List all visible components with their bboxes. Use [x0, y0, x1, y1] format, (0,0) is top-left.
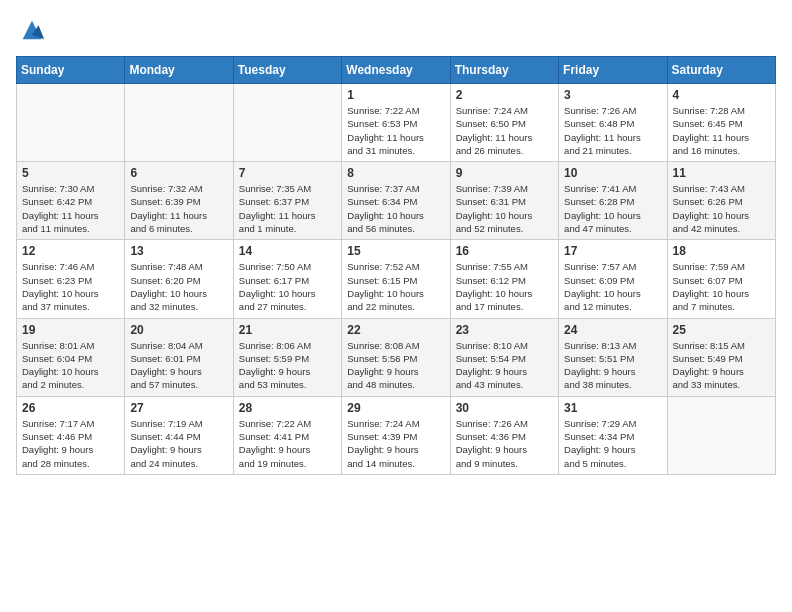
calendar-cell: 12Sunrise: 7:46 AM Sunset: 6:23 PM Dayli… — [17, 240, 125, 318]
day-number: 27 — [130, 401, 227, 415]
calendar-cell — [125, 84, 233, 162]
day-info: Sunrise: 8:10 AM Sunset: 5:54 PM Dayligh… — [456, 339, 553, 392]
weekday-header: Wednesday — [342, 57, 450, 84]
header — [16, 16, 776, 44]
calendar-cell: 29Sunrise: 7:24 AM Sunset: 4:39 PM Dayli… — [342, 396, 450, 474]
page: SundayMondayTuesdayWednesdayThursdayFrid… — [0, 0, 792, 491]
calendar-cell: 2Sunrise: 7:24 AM Sunset: 6:50 PM Daylig… — [450, 84, 558, 162]
day-number: 9 — [456, 166, 553, 180]
day-info: Sunrise: 7:29 AM Sunset: 4:34 PM Dayligh… — [564, 417, 661, 470]
calendar-week-row: 1Sunrise: 7:22 AM Sunset: 6:53 PM Daylig… — [17, 84, 776, 162]
day-info: Sunrise: 7:52 AM Sunset: 6:15 PM Dayligh… — [347, 260, 444, 313]
calendar-cell: 25Sunrise: 8:15 AM Sunset: 5:49 PM Dayli… — [667, 318, 775, 396]
calendar-table: SundayMondayTuesdayWednesdayThursdayFrid… — [16, 56, 776, 475]
day-number: 11 — [673, 166, 770, 180]
day-info: Sunrise: 7:50 AM Sunset: 6:17 PM Dayligh… — [239, 260, 336, 313]
calendar-cell: 5Sunrise: 7:30 AM Sunset: 6:42 PM Daylig… — [17, 162, 125, 240]
day-info: Sunrise: 8:08 AM Sunset: 5:56 PM Dayligh… — [347, 339, 444, 392]
day-number: 28 — [239, 401, 336, 415]
calendar-week-row: 19Sunrise: 8:01 AM Sunset: 6:04 PM Dayli… — [17, 318, 776, 396]
day-number: 18 — [673, 244, 770, 258]
day-info: Sunrise: 7:28 AM Sunset: 6:45 PM Dayligh… — [673, 104, 770, 157]
calendar-cell: 11Sunrise: 7:43 AM Sunset: 6:26 PM Dayli… — [667, 162, 775, 240]
day-info: Sunrise: 7:26 AM Sunset: 6:48 PM Dayligh… — [564, 104, 661, 157]
day-info: Sunrise: 8:15 AM Sunset: 5:49 PM Dayligh… — [673, 339, 770, 392]
day-info: Sunrise: 7:48 AM Sunset: 6:20 PM Dayligh… — [130, 260, 227, 313]
day-number: 23 — [456, 323, 553, 337]
calendar-cell: 28Sunrise: 7:22 AM Sunset: 4:41 PM Dayli… — [233, 396, 341, 474]
day-info: Sunrise: 7:35 AM Sunset: 6:37 PM Dayligh… — [239, 182, 336, 235]
calendar-cell: 9Sunrise: 7:39 AM Sunset: 6:31 PM Daylig… — [450, 162, 558, 240]
calendar-cell: 1Sunrise: 7:22 AM Sunset: 6:53 PM Daylig… — [342, 84, 450, 162]
calendar-cell: 16Sunrise: 7:55 AM Sunset: 6:12 PM Dayli… — [450, 240, 558, 318]
day-info: Sunrise: 7:46 AM Sunset: 6:23 PM Dayligh… — [22, 260, 119, 313]
day-number: 21 — [239, 323, 336, 337]
calendar-cell: 6Sunrise: 7:32 AM Sunset: 6:39 PM Daylig… — [125, 162, 233, 240]
day-info: Sunrise: 7:37 AM Sunset: 6:34 PM Dayligh… — [347, 182, 444, 235]
calendar-cell: 8Sunrise: 7:37 AM Sunset: 6:34 PM Daylig… — [342, 162, 450, 240]
day-info: Sunrise: 7:59 AM Sunset: 6:07 PM Dayligh… — [673, 260, 770, 313]
calendar-cell: 27Sunrise: 7:19 AM Sunset: 4:44 PM Dayli… — [125, 396, 233, 474]
day-info: Sunrise: 7:24 AM Sunset: 4:39 PM Dayligh… — [347, 417, 444, 470]
day-number: 5 — [22, 166, 119, 180]
day-number: 24 — [564, 323, 661, 337]
day-number: 26 — [22, 401, 119, 415]
calendar-cell: 7Sunrise: 7:35 AM Sunset: 6:37 PM Daylig… — [233, 162, 341, 240]
day-number: 1 — [347, 88, 444, 102]
day-info: Sunrise: 7:19 AM Sunset: 4:44 PM Dayligh… — [130, 417, 227, 470]
day-number: 2 — [456, 88, 553, 102]
day-number: 31 — [564, 401, 661, 415]
day-number: 17 — [564, 244, 661, 258]
day-info: Sunrise: 7:39 AM Sunset: 6:31 PM Dayligh… — [456, 182, 553, 235]
logo — [16, 16, 46, 44]
weekday-header: Sunday — [17, 57, 125, 84]
logo-icon — [18, 16, 46, 44]
calendar-cell: 31Sunrise: 7:29 AM Sunset: 4:34 PM Dayli… — [559, 396, 667, 474]
day-info: Sunrise: 7:30 AM Sunset: 6:42 PM Dayligh… — [22, 182, 119, 235]
day-info: Sunrise: 7:57 AM Sunset: 6:09 PM Dayligh… — [564, 260, 661, 313]
calendar-cell: 26Sunrise: 7:17 AM Sunset: 4:46 PM Dayli… — [17, 396, 125, 474]
day-number: 15 — [347, 244, 444, 258]
day-number: 30 — [456, 401, 553, 415]
day-info: Sunrise: 8:13 AM Sunset: 5:51 PM Dayligh… — [564, 339, 661, 392]
day-number: 20 — [130, 323, 227, 337]
calendar-cell: 10Sunrise: 7:41 AM Sunset: 6:28 PM Dayli… — [559, 162, 667, 240]
calendar-cell: 15Sunrise: 7:52 AM Sunset: 6:15 PM Dayli… — [342, 240, 450, 318]
calendar-header-row: SundayMondayTuesdayWednesdayThursdayFrid… — [17, 57, 776, 84]
day-info: Sunrise: 7:55 AM Sunset: 6:12 PM Dayligh… — [456, 260, 553, 313]
day-info: Sunrise: 7:24 AM Sunset: 6:50 PM Dayligh… — [456, 104, 553, 157]
day-info: Sunrise: 7:26 AM Sunset: 4:36 PM Dayligh… — [456, 417, 553, 470]
calendar-cell: 19Sunrise: 8:01 AM Sunset: 6:04 PM Dayli… — [17, 318, 125, 396]
calendar-cell: 13Sunrise: 7:48 AM Sunset: 6:20 PM Dayli… — [125, 240, 233, 318]
weekday-header: Monday — [125, 57, 233, 84]
day-info: Sunrise: 8:04 AM Sunset: 6:01 PM Dayligh… — [130, 339, 227, 392]
day-number: 12 — [22, 244, 119, 258]
day-number: 3 — [564, 88, 661, 102]
day-number: 4 — [673, 88, 770, 102]
day-number: 10 — [564, 166, 661, 180]
calendar-week-row: 26Sunrise: 7:17 AM Sunset: 4:46 PM Dayli… — [17, 396, 776, 474]
day-info: Sunrise: 7:41 AM Sunset: 6:28 PM Dayligh… — [564, 182, 661, 235]
calendar-cell: 3Sunrise: 7:26 AM Sunset: 6:48 PM Daylig… — [559, 84, 667, 162]
calendar-week-row: 12Sunrise: 7:46 AM Sunset: 6:23 PM Dayli… — [17, 240, 776, 318]
day-info: Sunrise: 7:32 AM Sunset: 6:39 PM Dayligh… — [130, 182, 227, 235]
calendar-cell: 18Sunrise: 7:59 AM Sunset: 6:07 PM Dayli… — [667, 240, 775, 318]
weekday-header: Thursday — [450, 57, 558, 84]
calendar-cell: 17Sunrise: 7:57 AM Sunset: 6:09 PM Dayli… — [559, 240, 667, 318]
calendar-cell: 21Sunrise: 8:06 AM Sunset: 5:59 PM Dayli… — [233, 318, 341, 396]
day-info: Sunrise: 7:22 AM Sunset: 4:41 PM Dayligh… — [239, 417, 336, 470]
day-number: 7 — [239, 166, 336, 180]
calendar-cell — [667, 396, 775, 474]
weekday-header: Saturday — [667, 57, 775, 84]
day-number: 22 — [347, 323, 444, 337]
day-info: Sunrise: 7:17 AM Sunset: 4:46 PM Dayligh… — [22, 417, 119, 470]
day-info: Sunrise: 8:01 AM Sunset: 6:04 PM Dayligh… — [22, 339, 119, 392]
calendar-cell: 22Sunrise: 8:08 AM Sunset: 5:56 PM Dayli… — [342, 318, 450, 396]
day-info: Sunrise: 7:22 AM Sunset: 6:53 PM Dayligh… — [347, 104, 444, 157]
day-info: Sunrise: 8:06 AM Sunset: 5:59 PM Dayligh… — [239, 339, 336, 392]
calendar-cell: 14Sunrise: 7:50 AM Sunset: 6:17 PM Dayli… — [233, 240, 341, 318]
calendar-cell: 24Sunrise: 8:13 AM Sunset: 5:51 PM Dayli… — [559, 318, 667, 396]
calendar-cell: 30Sunrise: 7:26 AM Sunset: 4:36 PM Dayli… — [450, 396, 558, 474]
day-number: 16 — [456, 244, 553, 258]
calendar-cell — [233, 84, 341, 162]
